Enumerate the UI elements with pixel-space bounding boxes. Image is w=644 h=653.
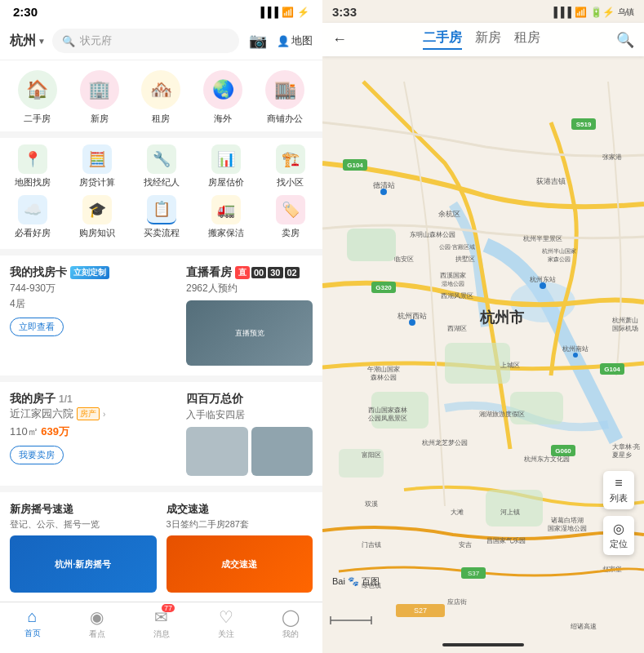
lottery-news-card[interactable]: 新房摇号速递 登记、公示、摇号一览 杭州·新房摇号 xyxy=(10,502,157,593)
grid-bikan[interactable]: ☁️ 必看好房 xyxy=(4,195,61,239)
svg-text:余杭区: 余杭区 xyxy=(438,210,460,218)
svg-text:午潮山国家: 午潮山国家 xyxy=(367,366,400,373)
map-header: ← 二手房 新房 租房 🔍 xyxy=(322,23,644,56)
banjia-icon: 🚛 xyxy=(211,195,241,224)
search-input-area[interactable]: 🔍 状元府 xyxy=(52,29,239,53)
grid-gujia[interactable]: 📊 房屋估价 xyxy=(198,144,255,189)
gujia-icon: 📊 xyxy=(211,144,241,174)
category-haiwai[interactable]: 🌏 海外 xyxy=(192,70,254,125)
tab-explore[interactable]: ◉ 看点 xyxy=(64,607,129,640)
my-card-title: 我的找房卡 立刻定制 xyxy=(10,265,176,280)
news-section: 新房摇号速递 登记、公示、摇号一览 杭州·新房摇号 成交速递 3日签约二手房28… xyxy=(0,492,322,602)
location-button[interactable]: ◎ 定位 xyxy=(603,516,634,555)
map-battery-icon: 🔋⚡ xyxy=(590,7,615,18)
svg-text:杭州西站: 杭州西站 xyxy=(397,312,427,320)
sell-house-button[interactable]: 我要卖房 xyxy=(10,446,64,464)
svg-text:大滩: 大滩 xyxy=(451,509,464,516)
grid-ditu[interactable]: 📍 地图找房 xyxy=(4,144,61,189)
category-shangpu[interactable]: 🏬 商铺办公 xyxy=(254,70,316,125)
jisuan-icon: 🧮 xyxy=(82,144,112,174)
baidu-logo-text: Bai 🐾 百图 xyxy=(332,575,380,588)
view-now-button[interactable]: 立即查看 xyxy=(10,318,64,336)
grid-row-1: 📍 地图找房 🧮 房贷计算 🔧 找经纪人 📊 房屋估价 🏗️ 找小 xyxy=(0,144,322,189)
svg-text:河上镇: 河上镇 xyxy=(500,509,520,516)
grid-maifang[interactable]: 🏷️ 卖房 xyxy=(262,195,319,239)
home-indicator-right xyxy=(442,643,524,646)
grid-jisuan[interactable]: 🧮 房贷计算 xyxy=(69,144,126,189)
live-card-title: 直播看房 直 00 30 02 xyxy=(186,265,313,280)
house-size: 110㎡ xyxy=(10,425,38,438)
category-section: 🏠 二手房 🏢 新房 🏘️ 租房 🌏 海外 🏬 商铺办公 xyxy=(0,60,322,131)
maifang-icon: 🏷️ xyxy=(276,195,305,224)
map-wifi-icon: 📶 xyxy=(575,7,587,18)
tab-home[interactable]: ⌂ 首页 xyxy=(0,607,64,640)
tab-messages[interactable]: ✉ 77 消息 xyxy=(129,607,193,640)
svg-text:拱墅区: 拱墅区 xyxy=(455,255,475,263)
wifi-icon: 📶 xyxy=(282,7,294,18)
svg-point-27 xyxy=(409,319,415,326)
tab-zufang[interactable]: 租房 xyxy=(514,29,540,50)
my-card: 我的找房卡 立刻定制 744-930万 4居 立即查看 xyxy=(10,265,176,366)
map-signal-icon: ▐▐▐ xyxy=(550,7,571,18)
live-card: 直播看房 直 00 30 02 2962人预约 直播预览 xyxy=(186,265,313,366)
tab-follow[interactable]: ♡ 关注 xyxy=(193,607,258,640)
messages-badge-wrapper: ✉ 77 xyxy=(154,607,168,627)
svg-rect-2 xyxy=(347,229,396,261)
svg-point-20 xyxy=(380,189,387,195)
ditu-icon: 📍 xyxy=(18,144,47,174)
map-search-button[interactable]: 🔍 xyxy=(616,31,634,49)
grid-liucheng[interactable]: 📋 买卖流程 xyxy=(133,195,190,239)
location-label: 定位 xyxy=(610,538,628,550)
svg-text:临安区: 临安区 xyxy=(394,255,414,263)
shangpu-icon: 🏬 xyxy=(265,70,304,109)
back-button[interactable]: ← xyxy=(332,31,347,48)
baidu-logo: Bai 🐾 百图 xyxy=(332,575,380,588)
zufang-label: 租房 xyxy=(152,113,170,125)
deal-image-text: 成交速递 xyxy=(221,558,257,571)
city-label: 杭州 xyxy=(10,33,36,50)
search-bar: 杭州 ▼ 🔍 状元府 📷 👤 地图 xyxy=(0,22,322,60)
profile-label: 我的 xyxy=(282,629,299,640)
house-property-tag: 房产 xyxy=(77,407,100,420)
jisuan-label: 房贷计算 xyxy=(79,176,115,189)
svg-text:G104: G104 xyxy=(604,366,620,373)
timer-hours: 00 xyxy=(251,267,266,278)
left-phone: 2:30 ▐▐▐ 📶 ⚡ 杭州 ▼ 🔍 状元府 📷 👤 地图 🏠 二手房 xyxy=(0,0,322,653)
sijibaiwan-card: 四百万总价 入手临安四居 xyxy=(186,392,313,476)
svg-text:上城区: 上城区 xyxy=(500,362,520,369)
tab-ershow[interactable]: 二手房 xyxy=(423,29,462,50)
svg-text:森林公园: 森林公园 xyxy=(371,374,397,381)
tab-xinfang[interactable]: 新房 xyxy=(475,29,501,50)
list-view-button[interactable]: ≡ 列表 xyxy=(603,471,634,509)
svg-text:G060: G060 xyxy=(555,447,571,455)
category-ershow[interactable]: 🏠 二手房 xyxy=(7,70,69,125)
zhishi-icon: 🎓 xyxy=(82,195,112,224)
category-xinfang[interactable]: 🏢 新房 xyxy=(69,70,131,125)
category-zufang[interactable]: 🏘️ 租房 xyxy=(131,70,193,125)
svg-text:G320: G320 xyxy=(375,284,392,291)
my-card-label: 我的找房卡 xyxy=(10,265,67,280)
jingji-label: 找经纪人 xyxy=(144,176,180,189)
grid-xiaoqu[interactable]: 🏗️ 找小区 xyxy=(262,144,319,189)
house-img-2 xyxy=(251,427,313,476)
haiwai-label: 海外 xyxy=(214,113,232,125)
live-preview-image: 直播预览 xyxy=(186,300,313,366)
house-name: 近江家园六院 房产 › xyxy=(10,406,176,421)
grid-zhishi[interactable]: 🎓 购房知识 xyxy=(69,195,126,239)
deal-news-card[interactable]: 成交速递 3日签约二手房287套 成交速递 xyxy=(167,502,313,593)
zhishi-label: 购房知识 xyxy=(79,227,115,239)
home-label: 首页 xyxy=(24,628,41,639)
camera-button[interactable]: 📷 xyxy=(246,32,270,50)
map-link-button[interactable]: 👤 地图 xyxy=(277,33,313,48)
svg-text:诸葛白塔湖: 诸葛白塔湖 xyxy=(551,517,584,524)
svg-text:门吉镇: 门吉镇 xyxy=(362,541,381,549)
grid-jingji[interactable]: 🔧 找经纪人 xyxy=(133,144,190,189)
map-label: 地图 xyxy=(291,33,313,48)
lottery-image-text: 杭州·新房摇号 xyxy=(55,558,111,571)
grid-banjia[interactable]: 🚛 搬家保洁 xyxy=(198,195,255,239)
tab-profile[interactable]: ◯ 我的 xyxy=(258,607,322,640)
svg-text:绍诸高速: 绍诸高速 xyxy=(571,623,597,630)
city-selector[interactable]: 杭州 ▼ xyxy=(10,33,46,50)
ershow-label: 二手房 xyxy=(24,113,51,125)
svg-text:湿地公园: 湿地公园 xyxy=(442,281,464,287)
